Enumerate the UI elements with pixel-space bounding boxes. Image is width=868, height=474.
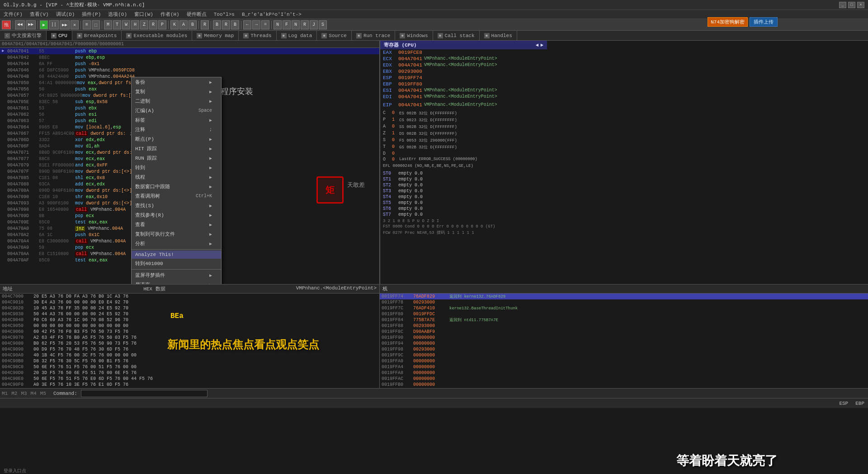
hex-line-1[interactable]: 004C9010 30 E4 A3 76 00 00 00 00 E0 E4 9… (0, 299, 379, 305)
ctx-analyze[interactable]: 分析 ▶ (132, 239, 221, 248)
hex-line-16[interactable]: 004C9000 B0 40 E5 76 10 3E F5 76 00 B1 F… (0, 388, 379, 388)
menu-item-7[interactable]: 硬件断点 (183, 10, 210, 19)
stack-line-7[interactable]: 0019FF90 00000000 (380, 335, 868, 341)
menu-item-4[interactable]: 选项(O) (104, 10, 131, 19)
ctx-copy-to-exec[interactable]: 复制到可执行文件 ▶ (132, 229, 221, 239)
stack-line-5[interactable]: 0019FF88 00293000 (380, 323, 868, 329)
hex-line-8[interactable]: 004C9080 B0 62 F5 76 20 53 F5 76 50 90 7… (0, 341, 379, 346)
ctx-view[interactable]: 查看 ▶ (132, 220, 221, 229)
hex-line-2[interactable]: 004C9020 10 45 A3 76 FF 35 00 00 24 E5 9… (0, 305, 379, 311)
toolbar-r4-btn[interactable]: R (301, 20, 309, 29)
hex-line-0[interactable]: 004C7000 20 E5 A3 76 D0 FA A3 76 B0 1C A… (0, 294, 379, 299)
toolbar-m-btn[interactable]: M (104, 20, 112, 29)
toolbar-back-btn[interactable]: ◄◄ (15, 20, 25, 29)
plugin-upload-btn[interactable]: 插件上传 (750, 17, 778, 27)
ctx-goto[interactable]: 转到 ▶ (132, 163, 221, 172)
menu-item-2[interactable]: 调试(D) (52, 10, 79, 19)
reg-nav-right[interactable]: ► (540, 43, 543, 48)
disasm-line-3[interactable]: 004A7046 68 D8FC5900 push VMPnhanc.0059F… (0, 67, 379, 73)
ctx-analyze-this[interactable]: Analyze This! (132, 251, 221, 259)
plugin-decode-btn[interactable]: N74加密狗解密 (708, 17, 748, 27)
ctx-find-ref[interactable]: 查找参考(R) ▶ (132, 210, 221, 220)
stack-line-0[interactable]: 0019FF74 76ADF829 返回到 kerne132.76ADF829 (380, 294, 868, 299)
ctx-thread[interactable]: 线程 ▶ (132, 172, 221, 182)
toolbar-stepover-btn[interactable]: ⬚ (92, 20, 100, 29)
toolbar-f-btn[interactable]: F (283, 20, 291, 29)
hex-line-15[interactable]: 004C90F0 A0 3E F5 76 10 3E F5 76 E1 0D F… (0, 382, 379, 388)
toolbar-arrl-btn[interactable]: ← (243, 20, 251, 29)
hex-line-5[interactable]: 004C9050 00 00 00 00 00 00 00 00 00 00 0… (0, 323, 379, 329)
disasm-line-2[interactable]: 004A7044 6A FF push -0x1 (0, 61, 379, 67)
reg-nav-left[interactable]: ◄ (536, 43, 539, 48)
hex-line-9[interactable]: 004C9090 00 D9 F5 76 70 48 F5 76 30 6D F… (0, 346, 379, 352)
toolbar-h-btn[interactable]: H (131, 20, 139, 29)
hex-line-10[interactable]: 004C90A0 40 1B 4C F5 76 00 3C F5 76 00 0… (0, 352, 379, 358)
toolbar-n2-btn[interactable]: N (292, 20, 300, 29)
toolbar-playfwd-btn[interactable]: ▶▶ (60, 20, 70, 29)
hex-line-11[interactable]: 004C90B0 D8 32 F5 76 30 5C F5 76 00 B1 F… (0, 358, 379, 364)
hex-line-4[interactable]: 004C9040 F0 C6 69 A3 76 1C 96 70 08 52 9… (0, 317, 379, 323)
stack-line-4[interactable]: 0019FF84 775B7A7E 返回到 ntd11.775B7A7E (380, 317, 868, 323)
ctx-backup[interactable]: 备份 ▶ (132, 77, 221, 87)
toolbar-arrr-btn[interactable]: → (252, 20, 260, 29)
tab-memory-map[interactable]: ■ Memory map (192, 31, 239, 40)
stack-line-3[interactable]: 0019FF80 0019FFDC (380, 311, 868, 317)
toolbar-pause-btn[interactable]: || (49, 20, 59, 29)
disasm-line-1[interactable]: 004A7042 8BEC mov ebp,esp (0, 54, 379, 61)
toolbar-step-btn[interactable]: ≡ (83, 20, 91, 29)
toolbar-s-btn[interactable]: S (319, 20, 327, 29)
hex-line-14[interactable]: 004C90E0 50 6E F5 76 51 F5 76 E0 6D F5 7… (0, 376, 379, 382)
toolbar-p-btn[interactable]: P (158, 20, 166, 29)
menu-item-0[interactable]: 文件(F) (0, 10, 26, 19)
ctx-copy[interactable]: 复制 ▶ (132, 87, 221, 96)
tab-threads[interactable]: ■ Threads (239, 31, 276, 40)
tab-breakpoints[interactable]: ■ Breakpoints (72, 31, 122, 40)
hex-line-13[interactable]: 004C90D0 20 3D F5 76 50 6E F5 51 76 00 6… (0, 370, 379, 376)
ctx-run-trace[interactable]: RUN 跟踪 ▶ (132, 153, 221, 163)
tab-executable-modules[interactable]: ■ Executable modules (122, 31, 192, 40)
hex-line-12[interactable]: 004C90C0 50 6E F5 76 51 F5 76 00 51 F5 7… (0, 364, 379, 370)
tab-search[interactable]: C 中文搜索引擎 (0, 31, 47, 40)
stack-line-6[interactable]: 0019FF8C D90AABF9 (380, 329, 868, 335)
minimize-button[interactable]: _ (839, 2, 846, 8)
toolbar-play-btn[interactable]: ▶ (40, 20, 48, 29)
toolbar-w-btn[interactable]: W (122, 20, 130, 29)
stack-line-1[interactable]: 0019FF78 00293000 (380, 299, 868, 305)
tab-windows[interactable]: ■ Windows (395, 31, 433, 40)
maximize-button[interactable]: □ (848, 2, 855, 8)
menu-item-3[interactable]: 插件(P) (78, 10, 104, 19)
ctx-label[interactable]: 标签 ▶ (132, 115, 221, 125)
menu-item-5[interactable]: 窗口(W) (131, 10, 157, 19)
toolbar-t-btn[interactable]: T (113, 20, 121, 29)
toolbar-b-btn[interactable]: B (189, 20, 197, 29)
toolbar-b3-btn[interactable]: B (231, 20, 239, 29)
stack-line-8[interactable]: 0019FF94 00000000 (380, 341, 868, 346)
disasm-line-0[interactable]: ► 004A7041 55 push ebp (0, 48, 379, 54)
toolbar-eq-btn[interactable]: = (261, 20, 269, 29)
toolbar-fwd-btn[interactable]: ►► (26, 20, 36, 29)
toolbar-r3-btn[interactable]: R (222, 20, 230, 29)
ctx-call-tree[interactable]: 查看调用树 Ctrl+K (132, 191, 221, 201)
hex-line-3[interactable]: 004C9030 50 44 A3 76 00 00 00 00 24 E5 9… (0, 311, 379, 317)
ctx-assemble[interactable]: 汇编(A) Space (132, 106, 221, 115)
tab-log-data[interactable]: ■ Log data (277, 31, 317, 40)
stack-line-12[interactable]: 0019FFA4 00000000 (380, 364, 868, 370)
ctx-hit-trace[interactable]: HIT 跟踪 ▶ (132, 144, 221, 153)
ctx-bluescreen[interactable]: 蓝屏寻梦插件 ▶ (132, 270, 221, 280)
menu-item-1[interactable]: 查看(V) (26, 10, 52, 19)
tab-source[interactable]: ■ Source (317, 31, 352, 40)
toolbar-b2-btn[interactable]: B (213, 20, 221, 29)
hex-line-7[interactable]: 004C9070 A2 63 4F F5 76 B0 A5 F5 76 50 0… (0, 335, 379, 341)
toolbar-r-btn[interactable]: R (149, 20, 157, 29)
ctx-goto-401000[interactable]: 转到401000 (132, 259, 221, 268)
tab-handles[interactable]: ■ Handles (480, 31, 517, 40)
stack-line-16[interactable]: 0019FFB4 00000000 (380, 388, 868, 388)
ctx-easy-lang[interactable]: 易语言 ▶ (132, 280, 221, 284)
menu-item-8[interactable]: Too*l>s (210, 10, 238, 19)
ctx-breakpoint[interactable]: 断点(P) ▶ (132, 134, 221, 144)
ctx-data-follow[interactable]: 数据窗口中跟随 ▶ (132, 182, 221, 191)
menu-item-9[interactable]: B_r'e'a'kP^o'I'n't-> (238, 10, 305, 19)
stack-line-13[interactable]: 0019FFA8 00000000 (380, 370, 868, 376)
ctx-find[interactable]: 查找(S) ▶ (132, 201, 221, 210)
hex-line-6[interactable]: 004C9060 60 42 F5 76 F0 B3 F5 76 50 73 F… (0, 329, 379, 335)
